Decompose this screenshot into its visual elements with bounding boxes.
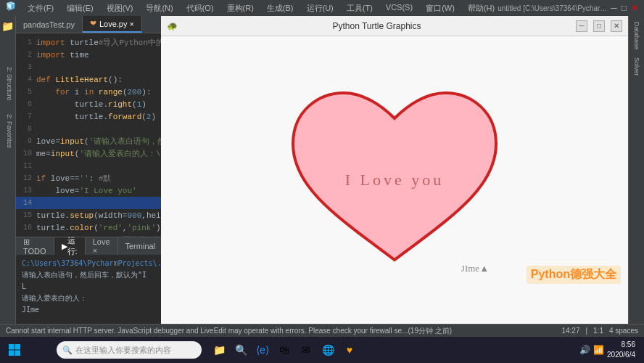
title-bar: 🧊 文件(F) 编辑(E) 视图(V) 导航(N) 代码(O) 重构(R) 生成…: [0, 0, 644, 16]
console-line-3: 请输入表白语句，然后回车，默认为"I L: [22, 269, 155, 293]
menu-vcs[interactable]: VCS(S): [383, 1, 416, 15]
console-line-5: 请输入爱表白的人：: [22, 293, 155, 304]
console-output: C:\Users\37364\PycharmProjects\... 请输入表白…: [16, 255, 161, 319]
code-line-1: 1 import turtle#导入Python中的turtle库: [16, 36, 161, 49]
turtle-window-icon: 🐢: [167, 21, 178, 31]
taskbar-search[interactable]: 🔍 在这里输入你要搜索的内容: [57, 341, 202, 359]
code-line-9: 9 love=input('请输入表白语句，然后回车'}: [16, 135, 161, 147]
database-btn[interactable]: Database: [632, 19, 642, 53]
turtle-window-controls: ─ □ ✕: [576, 20, 622, 32]
status-divider: |: [585, 327, 587, 335]
taskbar-app2[interactable]: ♥: [339, 340, 360, 360]
app-window: 🧊 文件(F) 编辑(E) 视图(V) 导航(N) 代码(O) 重构(R) 生成…: [0, 0, 644, 363]
menu-view[interactable]: 视图(V): [104, 1, 136, 15]
code-line-3: 3: [16, 61, 161, 73]
menu-nav[interactable]: 导航(N): [143, 1, 176, 15]
taskbar-app1[interactable]: 🌐: [318, 340, 338, 360]
search-placeholder: 在这里输入你要搜索的内容: [75, 345, 171, 356]
heart-container: I Love you JIme▲: [278, 71, 511, 289]
clock-date: 2020/6/4: [607, 350, 635, 360]
code-line-2: 2 import time: [16, 49, 161, 61]
todo-tab[interactable]: ⊞ TODO: [16, 237, 54, 255]
window-title: untitled [C:\Users\37364\PycharmProjects…: [498, 4, 611, 12]
watermark: Python德强大全: [527, 266, 621, 284]
start-button[interactable]: [3, 338, 26, 362]
title-bar-left: 🧊 文件(F) 编辑(E) 视图(V) 导航(N) 代码(O) 重构(R) 生成…: [6, 1, 498, 15]
code-line-10: 10 me=input('请输入爱表白的人：\n'): [16, 147, 161, 160]
tray-icon-1[interactable]: 🔊: [579, 345, 590, 355]
menu-window[interactable]: 窗口(W): [423, 1, 458, 15]
signature-text: JIme▲: [461, 263, 489, 274]
menu-generate[interactable]: 生成(B): [264, 1, 297, 15]
taskbar-store[interactable]: 🛍: [274, 340, 294, 360]
turtle-minimize[interactable]: ─: [576, 20, 587, 32]
menu-bar: 文件(F) 编辑(E) 视图(V) 导航(N) 代码(O) 重构(R) 生成(B…: [25, 1, 498, 15]
code-editor[interactable]: 1 import turtle#导入Python中的turtle库 2 impo…: [16, 33, 161, 237]
turtle-title-bar: 🐢 Python Turtle Graphics ─ □ ✕: [161, 16, 628, 36]
love-run-tab[interactable]: Love ×: [86, 237, 118, 255]
favorites-btn[interactable]: 2: Favorites: [1, 111, 15, 151]
menu-code[interactable]: 代码(O): [183, 1, 217, 15]
status-message: Cannot start internal HTTP server. JavaS…: [6, 326, 556, 336]
taskbar-system-tray: 🔊 📶 8:56 2020/6/4: [579, 340, 641, 360]
svg-rect-1: [15, 344, 21, 350]
console-line-6: JIme: [22, 304, 155, 316]
search-icon: 🔍: [62, 346, 73, 355]
menu-edit[interactable]: 编辑(E): [64, 1, 96, 15]
editor-tab-bar: pandasTest.py ❤ Love.py ×: [16, 16, 161, 33]
love-tab-label: Love.py ×: [99, 20, 134, 28]
turtle-window-title: Python Turtle Graphics: [332, 21, 421, 31]
code-line-5: 5 for i in range(200):: [16, 86, 161, 98]
close-button[interactable]: ✕: [631, 3, 638, 13]
menu-tools[interactable]: 工具(T): [344, 1, 376, 15]
tray-icon-2[interactable]: 📶: [593, 345, 604, 355]
status-bar: Cannot start internal HTTP server. JavaS…: [0, 324, 644, 337]
pandastest-label: pandasTest.py: [23, 20, 75, 29]
code-line-6: 6 turtle.right(1): [16, 98, 161, 110]
menu-help[interactable]: 帮助(H): [465, 1, 498, 15]
turtle-maximize[interactable]: □: [593, 20, 605, 32]
taskbar-file-explorer[interactable]: 📁: [209, 340, 229, 360]
solver-btn[interactable]: Solver: [632, 54, 642, 79]
taskbar-mail[interactable]: ✉: [296, 340, 316, 360]
terminal-tab[interactable]: Terminal: [118, 237, 162, 255]
system-clock[interactable]: 8:56 2020/6/4: [607, 340, 635, 360]
tab-pandastest[interactable]: pandasTest.py: [16, 16, 83, 33]
content-row: 📁 2: Structure 2: Favorites pandasTest.p…: [0, 16, 644, 324]
structure-btn[interactable]: 2: Structure: [1, 64, 15, 104]
app-icon: 🧊: [6, 1, 16, 15]
svg-rect-3: [15, 351, 21, 356]
code-line-16: 16 turtle.color('red','pink')#爱心的颜: [16, 221, 161, 234]
tab-love[interactable]: ❤ Love.py ×: [83, 16, 142, 33]
windows-logo-icon: [8, 343, 21, 356]
status-position: 1:1: [593, 327, 603, 335]
console-line-1: C:\Users\37364\PycharmProjects\...: [22, 258, 155, 269]
ide-code-panel: pandasTest.py ❤ Love.py × 1 import turtl…: [16, 16, 161, 324]
turtle-close[interactable]: ✕: [611, 20, 622, 32]
project-icon[interactable]: 📁: [1, 17, 14, 35]
status-spaces: 4 spaces: [609, 327, 638, 335]
menu-run[interactable]: 运行(U): [304, 1, 337, 15]
run-tab[interactable]: ▶ 运行:: [54, 237, 86, 255]
code-line-4: 4 def LittleHeart():: [16, 73, 161, 86]
maximize-button[interactable]: □: [622, 3, 627, 13]
menu-refactor[interactable]: 重构(R): [224, 1, 257, 15]
taskbar-edge[interactable]: ⟨e⟩: [252, 340, 273, 360]
minimize-button[interactable]: ─: [611, 3, 617, 13]
svg-rect-0: [9, 344, 15, 350]
bottom-console: ⊞ TODO ▶ 运行: Love × Terminal Python Co..…: [16, 237, 161, 324]
left-icon-strip: 📁 2: Structure 2: Favorites: [0, 16, 16, 324]
console-tab-bar: ⊞ TODO ▶ 运行: Love × Terminal Python Co..…: [16, 237, 161, 255]
code-line-15: 15 turtle.setup(width=900,height=600)#: [16, 209, 161, 221]
status-time: 14:27: [561, 327, 579, 335]
menu-file[interactable]: 文件(F): [25, 1, 57, 15]
code-line-12: 12 if love=='': #默: [16, 172, 161, 184]
clock-time: 8:56: [607, 340, 635, 350]
turtle-canvas: I Love you JIme▲ Python德强大全: [161, 36, 628, 324]
windows-taskbar: 🔍 在这里输入你要搜索的内容 📁 🔍 ⟨e⟩ 🛍 ✉ 🌐 ♥ 🔊 📶 8:56 …: [0, 337, 644, 363]
heart-text: I Love you: [345, 171, 445, 189]
window-controls: ─ □ ✕: [611, 3, 638, 13]
taskbar-search-app[interactable]: 🔍: [231, 340, 251, 360]
right-sidebar: Database Solver: [628, 16, 644, 324]
code-line-14: 14: [16, 197, 161, 209]
